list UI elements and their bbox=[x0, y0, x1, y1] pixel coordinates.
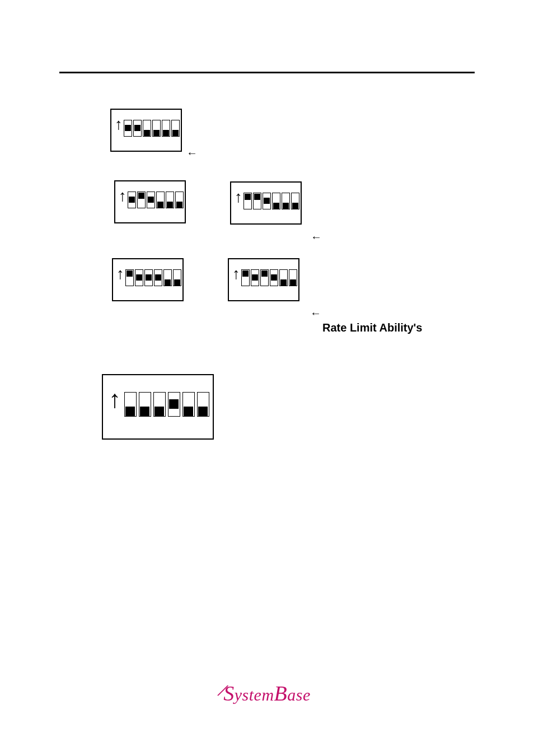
dip-slot bbox=[282, 193, 290, 209]
dip-knob bbox=[134, 125, 140, 131]
up-arrow-icon: ↑ bbox=[119, 188, 127, 204]
dip-slot bbox=[152, 120, 161, 137]
dip-slot bbox=[182, 392, 195, 417]
dip-knob bbox=[129, 197, 135, 203]
dip-slot bbox=[154, 269, 162, 286]
left-arrow-icon: ← bbox=[310, 307, 321, 320]
dip-knob bbox=[148, 197, 154, 203]
dip-knob bbox=[172, 130, 179, 136]
dip-slot bbox=[137, 192, 146, 208]
dip-switch: ↑ bbox=[110, 109, 182, 152]
dip-slot bbox=[128, 192, 136, 208]
page: ↑←↑↑←↑↑←↑ Rate Limit Ability's / SystemB… bbox=[0, 0, 534, 756]
dip-slot bbox=[291, 193, 299, 209]
footer-logo: / SystemBase bbox=[0, 681, 534, 706]
dip-slot bbox=[166, 192, 174, 208]
dip-knob bbox=[163, 130, 169, 136]
dip-slot bbox=[251, 269, 259, 286]
dip-slot bbox=[175, 192, 184, 208]
dip-slot bbox=[171, 120, 180, 137]
dip-slot bbox=[289, 269, 297, 286]
dip-knob bbox=[273, 203, 279, 209]
dip-slot bbox=[124, 392, 137, 417]
dip-slot bbox=[279, 269, 288, 286]
dip-slot bbox=[153, 392, 166, 417]
dip-knob bbox=[184, 407, 193, 416]
dip-switch: ↑ bbox=[114, 180, 186, 223]
dip-slot bbox=[197, 392, 209, 417]
dip-slot bbox=[143, 120, 151, 137]
dip-knob bbox=[283, 203, 289, 209]
dip-slot bbox=[260, 269, 269, 286]
dip-slot bbox=[163, 269, 172, 286]
dip-slot bbox=[147, 192, 155, 208]
dip-knob bbox=[138, 193, 144, 199]
dip-knob bbox=[292, 203, 298, 209]
up-arrow-icon: ↑ bbox=[232, 266, 240, 282]
dip-knob bbox=[140, 407, 149, 416]
dip-slot bbox=[263, 193, 271, 209]
dip-knob bbox=[154, 407, 164, 416]
dip-knob bbox=[125, 125, 131, 131]
dip-knob bbox=[198, 407, 208, 416]
dip-knob bbox=[280, 279, 287, 286]
dip-knob bbox=[169, 399, 179, 409]
dip-knob bbox=[136, 274, 142, 281]
up-arrow-icon: ↑ bbox=[115, 116, 123, 132]
dip-slot bbox=[144, 269, 153, 286]
up-arrow-icon: ↑ bbox=[109, 388, 121, 412]
dip-slot bbox=[168, 392, 180, 417]
dip-slot bbox=[124, 120, 132, 137]
dip-knob bbox=[264, 198, 270, 204]
dip-slot bbox=[270, 269, 278, 286]
up-arrow-icon: ↑ bbox=[235, 189, 242, 205]
dip-slot bbox=[135, 269, 143, 286]
dip-knob bbox=[127, 270, 133, 277]
left-arrow-icon: ← bbox=[311, 231, 322, 244]
dip-switch: ↑ bbox=[102, 374, 214, 440]
dip-knob bbox=[125, 407, 135, 416]
dip-knob bbox=[176, 202, 182, 208]
dip-knob bbox=[290, 279, 296, 286]
dip-knob bbox=[271, 274, 277, 281]
dip-slot bbox=[243, 193, 252, 209]
dip-slot bbox=[241, 269, 250, 286]
dip-slot bbox=[125, 269, 134, 286]
up-arrow-icon: ↑ bbox=[116, 266, 124, 282]
dip-switch: ↑ bbox=[228, 258, 299, 301]
dip-knob bbox=[153, 130, 160, 136]
dip-slot bbox=[173, 269, 181, 286]
dip-knob bbox=[167, 202, 173, 208]
dip-knob bbox=[144, 130, 150, 136]
dip-switch: ↑ bbox=[112, 258, 184, 301]
rate-limit-label: Rate Limit Ability's bbox=[322, 321, 423, 334]
dip-knob bbox=[242, 270, 249, 277]
dip-slot bbox=[156, 192, 165, 208]
dip-knob bbox=[245, 194, 251, 200]
dip-slot bbox=[272, 193, 280, 209]
dip-knob bbox=[174, 279, 180, 286]
dip-slot bbox=[253, 193, 261, 209]
dip-slot bbox=[139, 392, 151, 417]
left-arrow-icon: ← bbox=[186, 147, 198, 160]
dip-slot bbox=[133, 120, 142, 137]
dip-knob bbox=[252, 274, 258, 281]
top-rule bbox=[59, 72, 475, 73]
dip-knob bbox=[157, 202, 163, 208]
brand-logo: / SystemBase bbox=[223, 681, 311, 706]
dip-knob bbox=[165, 279, 171, 286]
dip-knob bbox=[254, 194, 260, 200]
dip-slot bbox=[162, 120, 170, 137]
dip-knob bbox=[261, 270, 268, 277]
dip-knob bbox=[155, 274, 161, 281]
dip-switch: ↑ bbox=[230, 181, 302, 225]
dip-knob bbox=[146, 274, 152, 281]
